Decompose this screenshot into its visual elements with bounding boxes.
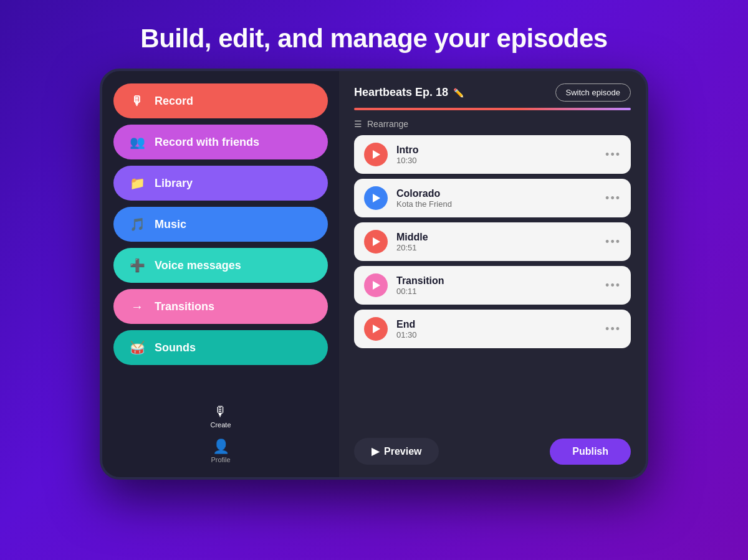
library-icon: 📁 [128,176,146,191]
voice-icon: ➕ [128,258,146,273]
panel-footer: ▶ Preview Publish [339,429,646,477]
track-info-intro: Intro10:30 [396,145,597,165]
track-info-middle: Middle20:51 [396,232,597,252]
switch-episode-button[interactable]: Switch episode [555,83,631,102]
record-icon: 🎙 [128,94,146,108]
play-button-end[interactable] [364,317,388,341]
track-options-middle[interactable]: ••• [605,235,621,249]
sounds-icon: 🥁 [128,340,146,355]
friends-icon: 👥 [128,135,146,149]
transitions-label: Transitions [155,300,214,313]
nav-create-label: Create [210,421,231,429]
record-label: Record [155,95,193,108]
progress-bar [354,108,631,110]
play-icon-transition [373,281,380,290]
publish-button[interactable]: Publish [550,439,631,465]
sidebar-btn-library[interactable]: 📁Library [113,166,328,201]
track-name-transition: Transition [396,275,597,287]
track-name-middle: Middle [396,232,597,243]
nav-create[interactable]: 🎙 Create [198,400,243,432]
create-icon: 🎙 [214,404,228,420]
transitions-icon: → [128,300,146,314]
play-icon-intro [373,150,380,159]
track-sub-intro: 10:30 [396,156,597,165]
track-info-colorado: ColoradoKota the Friend [396,188,597,209]
sidebar-btn-transitions[interactable]: →Transitions [113,289,328,324]
track-item-intro: Intro10:30••• [354,135,631,174]
content-panel: Heartbeats Ep. 18 ✏️ Switch episode ☰ Re… [339,71,646,477]
sidebar-btn-record[interactable]: 🎙Record [113,83,328,118]
profile-icon: 👤 [213,439,229,455]
friends-label: Record with friends [155,136,259,149]
page-title: Build, edit, and manage your episodes [140,24,607,54]
play-button-colorado[interactable] [364,186,388,210]
edit-icon[interactable]: ✏️ [453,88,464,98]
preview-icon: ▶ [372,445,379,457]
track-options-intro[interactable]: ••• [605,148,621,161]
track-info-end: End01:30 [396,319,597,339]
play-button-transition[interactable] [364,273,388,297]
track-item-middle: Middle20:51••• [354,222,631,261]
track-options-transition[interactable]: ••• [605,279,621,292]
sidebar-btn-friends[interactable]: 👥Record with friends [113,125,328,159]
play-button-middle[interactable] [364,230,388,254]
track-item-end: End01:30••• [354,310,631,348]
voice-label: Voice messages [155,259,241,272]
track-item-transition: Transition00:11••• [354,266,631,305]
track-sub-middle: 20:51 [396,243,597,252]
rearrange-handle-icon: ☰ [354,119,362,129]
nav-profile-label: Profile [211,456,230,463]
track-name-colorado: Colorado [396,188,597,199]
preview-label: Preview [384,446,421,457]
music-label: Music [155,218,186,231]
track-options-end[interactable]: ••• [605,323,621,336]
panel-header: Heartbeats Ep. 18 ✏️ Switch episode [339,71,646,108]
nav-profile[interactable]: 👤 Profile [198,435,242,467]
library-label: Library [155,177,193,190]
track-sub-end: 01:30 [396,330,597,339]
track-list: Intro10:30•••ColoradoKota the Friend•••M… [339,135,646,429]
sidebar-btn-sounds[interactable]: 🥁Sounds [113,330,328,365]
play-icon-end [373,325,380,333]
sounds-label: Sounds [155,341,196,354]
track-name-intro: Intro [396,145,597,156]
sidebar-btn-music[interactable]: 🎵Music [113,207,328,242]
progress-bar-container [339,108,646,114]
sidebar-btn-voice[interactable]: ➕Voice messages [113,248,328,283]
episode-title-text: Heartbeats Ep. 18 [354,86,448,99]
music-icon: 🎵 [128,217,146,232]
rearrange-label: Rearrange [367,119,408,129]
track-options-colorado[interactable]: ••• [605,192,621,205]
preview-button[interactable]: ▶ Preview [354,438,439,465]
play-button-intro[interactable] [364,143,388,166]
rearrange-bar[interactable]: ☰ Rearrange [339,114,646,135]
tablet-device: 🎙Record👥Record with friends📁Library🎵Musi… [100,69,648,480]
episode-title: Heartbeats Ep. 18 ✏️ [354,86,464,99]
menu-buttons: 🎙Record👥Record with friends📁Library🎵Musi… [113,83,328,365]
track-info-transition: Transition00:11 [396,275,597,296]
sidebar: 🎙Record👥Record with friends📁Library🎵Musi… [102,71,339,477]
play-icon-colorado [373,194,380,202]
track-name-end: End [396,319,597,330]
sidebar-bottom-nav: 🎙 Create 👤 Profile [113,395,328,467]
play-icon-middle [373,237,380,246]
track-sub-transition: 00:11 [396,287,597,296]
track-item-colorado: ColoradoKota the Friend••• [354,179,631,217]
track-sub-colorado: Kota the Friend [396,199,597,209]
